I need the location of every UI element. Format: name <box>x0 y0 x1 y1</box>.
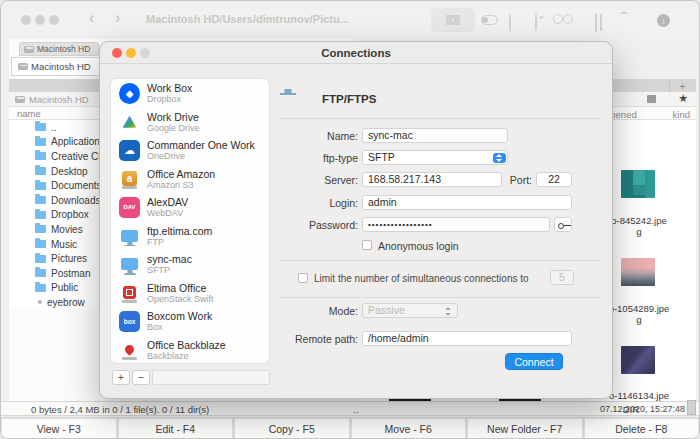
connection-subtitle: FTP <box>147 237 212 247</box>
forward-chevron-icon[interactable]: › <box>115 9 120 27</box>
dialog-zoom-button[interactable] <box>140 48 150 58</box>
image-thumbnail[interactable] <box>621 170 655 198</box>
scrollbar-nub[interactable] <box>687 400 696 415</box>
connection-item-eltima-office[interactable]: Eltima OfficeOpenStack Swift <box>111 279 269 308</box>
tab-macintosh-hd-1[interactable]: Macintosh HD <box>19 42 99 56</box>
remote-path-field[interactable]: /home/admin <box>362 331 572 346</box>
key-icon <box>558 223 564 229</box>
folder-label: Downloads <box>51 195 100 206</box>
connection-subtitle: OpenStack Swift <box>147 294 214 304</box>
connection-subtitle: Google Drive <box>147 123 200 133</box>
connections-dialog: Connections ◆ Work BoxDropbox Work Drive… <box>99 41 613 399</box>
copy-f5-button[interactable]: Copy - F5 <box>234 418 350 439</box>
ftp-type-select[interactable]: SFTP <box>362 150 508 165</box>
connect-button[interactable]: Connect <box>505 353 563 370</box>
connection-title: AlexDAV <box>147 196 188 208</box>
connection-title: Office Backblaze <box>147 339 226 351</box>
limit-connections-field[interactable]: 5 <box>550 270 574 285</box>
preview-eye-icon[interactable] <box>535 13 537 32</box>
show-password-key-button[interactable] <box>554 217 572 232</box>
folder-icon <box>35 167 46 175</box>
connection-item-work-box[interactable]: ◆ Work BoxDropbox <box>111 79 269 108</box>
dropbox-folder-icon <box>35 211 46 219</box>
download-icon[interactable]: ↓ <box>657 14 670 27</box>
folder-icon <box>35 269 46 277</box>
connection-subtitle: SFTP <box>147 265 192 275</box>
folder-icon <box>35 240 46 248</box>
name-field[interactable]: sync-mac <box>362 128 508 143</box>
name-label: Name: <box>278 130 358 142</box>
queue-toggle-icon[interactable] <box>481 15 498 25</box>
view-f3-button[interactable]: View - F3 <box>1 418 117 439</box>
folder-icon <box>35 152 46 160</box>
login-label: Login: <box>278 197 358 209</box>
status-bar: 0 bytes / 2,4 MB in 0 / 1 file(s). 0 / 1… <box>1 401 699 416</box>
edit-f4-button[interactable]: Edit - F4 <box>118 418 234 439</box>
anonymous-login-label: Anonymous login <box>378 240 459 252</box>
move-f6-button[interactable]: Move - F6 <box>351 418 467 439</box>
folder-label: Desktop <box>51 166 88 177</box>
select-spinner-icon <box>493 153 506 164</box>
connection-item-ftp-eltima[interactable]: ftp.eltima.comFTP <box>111 222 269 251</box>
dialog-minimize-button[interactable] <box>126 48 136 58</box>
dual-pane-icon[interactable] <box>595 13 597 32</box>
connection-title: Eltima Office <box>147 282 214 294</box>
mode-value: Passive <box>368 304 405 316</box>
login-field[interactable]: admin <box>362 195 572 210</box>
new-tab-button[interactable]: + <box>669 79 695 92</box>
google-drive-icon <box>119 111 140 132</box>
drive-label: Macintosh HD <box>29 94 89 105</box>
grid-view-button[interactable] <box>431 8 475 32</box>
folder-label: Creative Cl <box>51 151 100 162</box>
connection-item-sync-mac[interactable]: sync-macSFTP <box>111 250 269 279</box>
new-folder-f7-button[interactable]: New Folder - F7 <box>467 418 583 439</box>
port-field[interactable]: 22 <box>536 172 572 187</box>
view-mode-icon[interactable] <box>647 95 656 103</box>
delete-f8-button[interactable]: Delete - F8 <box>584 418 700 439</box>
back-chevron-icon[interactable]: ‹ <box>89 9 94 27</box>
window-zoom-button[interactable] <box>49 15 59 25</box>
file-dot-icon <box>38 300 42 304</box>
connection-item-office-backblaze[interactable]: Office BackblazeBackblaze <box>111 336 269 365</box>
mode-select[interactable]: Passive <box>362 303 458 318</box>
folder-label: Music <box>51 239 77 250</box>
amazon-s3-icon: a <box>119 168 140 189</box>
info-icon[interactable] <box>509 13 511 32</box>
connection-subtitle: WebDAV <box>147 208 188 218</box>
connection-item-work-drive[interactable]: Work DriveGoogle Drive <box>111 108 269 137</box>
window-close-button[interactable] <box>21 15 31 25</box>
connection-subtitle: Backblaze <box>147 351 226 361</box>
anonymous-login-checkbox[interactable] <box>362 240 372 250</box>
remove-connection-button[interactable]: − <box>132 370 150 385</box>
function-key-bar: View - F3 Edit - F4 Copy - F5 Move - F6 … <box>1 417 699 439</box>
connection-subtitle: Box <box>147 322 212 332</box>
dialog-close-button[interactable] <box>112 48 122 58</box>
selection-summary: 0 bytes / 2,4 MB in 0 / 1 file(s). 0 / 1… <box>31 404 209 415</box>
box-icon: box <box>119 311 140 332</box>
webdav-icon: DAV <box>119 197 140 218</box>
connection-title: Office Amazon <box>147 168 215 180</box>
connection-item-boxcom-work[interactable]: box Boxcom WorkBox <box>111 307 269 336</box>
backblaze-icon <box>119 339 140 360</box>
connection-settings-pane: FTP/FTPS Name: sync-mac ftp-type SFTP Se… <box>278 78 602 394</box>
disk-icon <box>18 63 28 70</box>
connection-item-commander-one-work[interactable]: ☁ Commander One WorkOneDrive <box>111 136 269 165</box>
breadcrumb-path[interactable]: Macintosh HD/Users/dimtrunov/Pictu... <box>146 13 349 25</box>
connection-item-office-amazon[interactable]: a Office AmazonAmazon S3 <box>111 165 269 194</box>
favorites-star-icon[interactable]: ★ <box>678 92 688 105</box>
connection-item-alexdav[interactable]: DAV AlexDAVWebDAV <box>111 193 269 222</box>
current-item: .. <box>353 404 358 415</box>
mode-label: Mode: <box>278 305 358 317</box>
image-thumbnail[interactable] <box>621 346 655 374</box>
add-connection-button[interactable]: + <box>112 370 130 385</box>
window-minimize-button[interactable] <box>35 15 45 25</box>
password-field[interactable]: ••••••••••••••••• <box>362 217 550 232</box>
limit-connections-checkbox[interactable] <box>298 273 308 283</box>
image-thumbnail[interactable] <box>621 258 655 286</box>
connection-title: Commander One Work <box>147 139 255 151</box>
column-header-kind[interactable]: kind <box>673 109 690 120</box>
folder-icon <box>35 123 46 131</box>
connection-title: sync-mac <box>147 253 192 265</box>
tab-macintosh-hd-2[interactable]: Macintosh HD <box>11 57 103 76</box>
folder-label: .. <box>51 122 57 133</box>
